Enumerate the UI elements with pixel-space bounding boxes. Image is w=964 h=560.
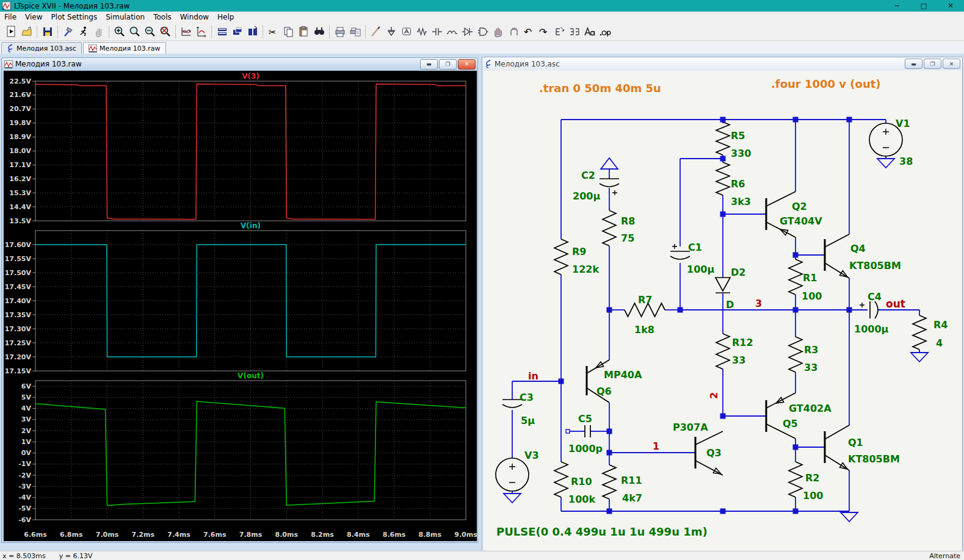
waveform-restore-button[interactable]: ❐	[439, 59, 457, 70]
y-axis-tick-label: 17.50V	[5, 269, 32, 277]
resistor-R9[interactable]	[554, 239, 568, 275]
tab-waveform[interactable]: Мелодия 103.raw	[83, 42, 166, 54]
waveform-window-titlebar[interactable]: Мелодия 103.raw ▬ ❐ ✕	[2, 58, 477, 70]
ground-icon	[841, 512, 858, 522]
schematic-close-button[interactable]: ✕	[943, 59, 960, 69]
paste-icon[interactable]	[296, 24, 311, 39]
menu-plot-settings[interactable]: Plot Settings	[47, 12, 102, 22]
component-label-c1-val: 100µ	[687, 264, 714, 275]
zoom-out-icon[interactable]	[142, 24, 158, 39]
component-label-r7-ref: R7	[638, 294, 652, 306]
text-icon[interactable]	[582, 24, 597, 39]
app-titlebar[interactable]: LTspice XVII - Мелодия 103.raw ─ □ ✕	[0, 0, 964, 12]
waveform-plot[interactable]: V(3)22.5V21.6V20.7V19.8V18.9V18.0V17.1V1…	[4, 71, 477, 541]
waveform-close-button[interactable]: ✕	[458, 59, 476, 70]
resistor-R11[interactable]	[603, 465, 616, 499]
resistor-R3[interactable]	[789, 337, 802, 372]
power-flag-icon	[601, 158, 618, 169]
menu-view[interactable]: View	[21, 12, 46, 22]
zoom-in-icon[interactable]	[112, 24, 127, 39]
component-label-r6-val: 3k3	[731, 196, 751, 207]
component-label-v1-ref: V1	[896, 118, 910, 129]
capacitor-C4[interactable]	[870, 301, 878, 318]
resistor-R4[interactable]	[913, 315, 926, 350]
y-axis-tick-label: -5V	[18, 504, 31, 512]
component-label-r10-ref: R10	[571, 476, 592, 487]
resistor-R1[interactable]	[789, 259, 802, 295]
component-label-c2-ref: C2	[581, 170, 595, 181]
schematic-restore-button[interactable]: ❐	[924, 59, 941, 69]
resistor-R12[interactable]	[716, 334, 730, 369]
capacitor-C1[interactable]	[670, 251, 690, 259]
solver-mode: Alternate	[929, 552, 960, 560]
capacitor-icon[interactable]	[429, 24, 444, 39]
app-logo-icon	[2, 1, 11, 10]
open-file-icon[interactable]	[19, 24, 34, 39]
component-label-r5-val: 330	[731, 148, 751, 159]
redo-icon[interactable]: ↷	[536, 24, 551, 39]
app-close-button[interactable]: ✕	[937, 2, 964, 10]
schematic-window-titlebar[interactable]: Мелодия 103.asc ▬ ❐ ✕	[482, 57, 962, 70]
print-preview-icon[interactable]	[347, 24, 363, 39]
capacitor-C5[interactable]	[585, 425, 590, 437]
menu-tools[interactable]: Tools	[149, 12, 176, 22]
halt-icon[interactable]	[91, 24, 106, 39]
resistor-icon[interactable]	[414, 24, 429, 39]
tab-schematic[interactable]: Мелодия 103.asc	[1, 42, 82, 54]
component-label-r12-val: 33	[732, 354, 745, 366]
y-axis-tick-label: 18.9V	[9, 133, 31, 141]
zoom-box-icon[interactable]	[127, 24, 142, 39]
drag-icon[interactable]	[506, 24, 521, 39]
schematic-window-title: Мелодия 103.asc	[495, 60, 560, 68]
source-V3[interactable]	[496, 458, 529, 491]
component-label-c4-ref: C4	[868, 291, 882, 303]
menu-simulation[interactable]: Simulation	[101, 12, 149, 22]
run-icon[interactable]	[76, 24, 91, 39]
ground-icon[interactable]	[383, 24, 399, 39]
wire-icon[interactable]	[368, 24, 383, 39]
cut-icon[interactable]: ✂	[266, 24, 281, 39]
net-label-nets-in: in	[528, 370, 538, 382]
schematic-minimize-button[interactable]: ▬	[905, 59, 922, 69]
tile-horizontal-icon[interactable]	[214, 24, 230, 39]
move-icon[interactable]	[490, 24, 506, 39]
diode-D2[interactable]	[716, 278, 730, 293]
find-icon[interactable]	[311, 24, 327, 39]
menu-file[interactable]: File	[0, 12, 21, 22]
diode-icon[interactable]	[460, 24, 475, 39]
app-maximize-button[interactable]: □	[910, 2, 937, 10]
component-label-r3-ref: R3	[804, 344, 818, 356]
rotate-icon[interactable]	[551, 24, 567, 39]
tile-vertical-icon[interactable]	[245, 24, 260, 39]
save-icon[interactable]	[40, 24, 55, 39]
resistor-R10[interactable]	[554, 462, 568, 497]
resistor-R6[interactable]	[716, 162, 730, 195]
component-icon[interactable]	[475, 24, 490, 39]
waveform-minimize-button[interactable]: ▬	[420, 59, 438, 70]
x-axis-tick-label: 6.6ms	[24, 531, 47, 539]
cascade-icon[interactable]	[230, 24, 245, 39]
autorange-icon[interactable]	[194, 24, 209, 39]
resistor-R8[interactable]	[603, 210, 616, 246]
plot-settings-icon[interactable]	[178, 24, 194, 39]
app-minimize-button[interactable]: ─	[883, 2, 910, 10]
mirror-icon[interactable]	[567, 24, 582, 39]
spice-directive-icon[interactable]	[597, 24, 612, 39]
inductor-icon[interactable]	[444, 24, 460, 39]
print-icon[interactable]	[332, 24, 347, 39]
menu-window[interactable]: Window	[176, 12, 213, 22]
app-title: LTspice XVII - Мелодия 103.raw	[14, 2, 130, 10]
capacitor-C2[interactable]	[600, 179, 619, 187]
control-panel-icon[interactable]	[60, 24, 76, 39]
resistor-R2[interactable]	[789, 462, 802, 497]
net-label-nets-out: out	[886, 298, 905, 310]
copy-icon[interactable]	[281, 24, 296, 39]
resistor-R5[interactable]	[716, 122, 730, 155]
net-label-icon[interactable]	[399, 24, 414, 39]
undo-icon[interactable]: ↶	[521, 24, 536, 39]
schematic-canvas[interactable]: R5330R63k3R9122kR875C2200µC1100µR71k8D2D…	[484, 71, 962, 550]
new-schematic-icon[interactable]	[4, 24, 19, 39]
component-label-r11-val: 4k7	[622, 492, 642, 504]
menu-help[interactable]: Help	[213, 12, 238, 22]
zoom-extents-icon[interactable]	[158, 24, 173, 39]
